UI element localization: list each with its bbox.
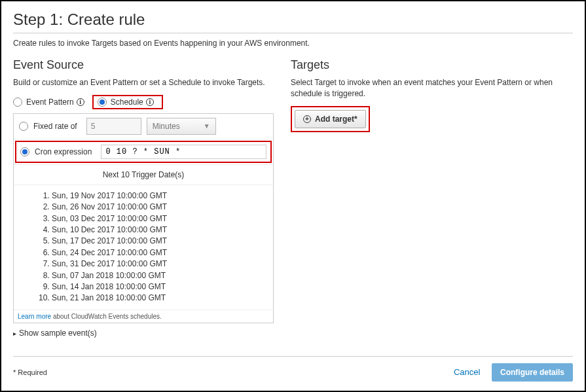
list-item: Sun, 03 Dec 2017 10:00:00 GMT bbox=[52, 213, 273, 224]
cron-expression-input[interactable] bbox=[101, 145, 266, 159]
show-sample-events-toggle[interactable]: Show sample event(s) bbox=[13, 329, 274, 338]
add-target-label: Add target* bbox=[315, 115, 357, 124]
event-source-title: Event Source bbox=[13, 58, 274, 72]
event-pattern-label-text: Event Pattern bbox=[26, 98, 74, 107]
fixed-rate-label: Fixed rate of bbox=[33, 122, 77, 131]
fixed-rate-value-input[interactable] bbox=[86, 118, 141, 135]
title-divider bbox=[13, 33, 573, 33]
info-icon[interactable]: i bbox=[146, 98, 154, 106]
schedule-label-text: Schedule bbox=[111, 98, 143, 107]
add-target-highlight: + Add target* bbox=[291, 106, 370, 132]
trigger-dates-header: Next 10 Trigger Date(s) bbox=[14, 164, 273, 185]
required-note: * Required bbox=[13, 368, 47, 376]
cron-row-highlight: Cron expression bbox=[15, 141, 272, 163]
fixed-rate-unit-label: Minutes bbox=[153, 122, 180, 131]
add-target-button[interactable]: + Add target* bbox=[295, 110, 366, 128]
schedule-label: Schedule i bbox=[111, 98, 154, 107]
list-item: Sun, 26 Nov 2017 10:00:00 GMT bbox=[52, 202, 273, 213]
schedule-panel: Fixed rate of Minutes ▼ Cron expression … bbox=[13, 113, 274, 323]
list-item: Sun, 07 Jan 2018 10:00:00 GMT bbox=[52, 270, 273, 281]
fixed-rate-row: Fixed rate of Minutes ▼ bbox=[14, 114, 273, 139]
cron-radio[interactable] bbox=[20, 147, 29, 156]
schedule-radio[interactable] bbox=[98, 98, 107, 107]
source-type-row: Event Pattern i Schedule i bbox=[13, 95, 274, 109]
list-item: Sun, 21 Jan 2018 10:00:00 GMT bbox=[52, 293, 273, 304]
footer-divider bbox=[13, 356, 573, 357]
trigger-dates-list: Sun, 19 Nov 2017 10:00:00 GMT Sun, 26 No… bbox=[14, 185, 273, 310]
footer-row: * Required Cancel Configure details bbox=[13, 363, 573, 382]
targets-section: Targets Select Target to invoke when an … bbox=[291, 58, 573, 338]
event-pattern-radio[interactable] bbox=[13, 98, 22, 107]
fixed-rate-unit-select[interactable]: Minutes ▼ bbox=[147, 118, 216, 135]
learn-more-link[interactable]: Learn more bbox=[18, 313, 51, 320]
chevron-down-icon: ▼ bbox=[204, 122, 210, 130]
configure-details-button[interactable]: Configure details bbox=[492, 363, 573, 382]
fixed-rate-radio[interactable] bbox=[19, 122, 28, 131]
list-item: Sun, 19 Nov 2017 10:00:00 GMT bbox=[52, 190, 273, 202]
cron-label: Cron expression bbox=[35, 147, 92, 156]
learn-more-row: Learn more about CloudWatch Events sched… bbox=[14, 310, 273, 323]
event-source-section: Event Source Build or customize an Event… bbox=[13, 58, 274, 338]
create-rule-page: Step 1: Create rule Create rules to invo… bbox=[0, 0, 586, 392]
list-item: Sun, 17 Dec 2017 10:00:00 GMT bbox=[52, 236, 273, 247]
footer: * Required Cancel Configure details bbox=[13, 356, 573, 382]
event-pattern-label: Event Pattern i bbox=[26, 98, 84, 107]
page-description: Create rules to invoke Targets based on … bbox=[13, 39, 573, 48]
info-icon[interactable]: i bbox=[77, 98, 84, 106]
list-item: Sun, 10 Dec 2017 10:00:00 GMT bbox=[52, 224, 273, 236]
list-item: Sun, 14 Jan 2018 10:00:00 GMT bbox=[52, 281, 273, 293]
page-title: Step 1: Create rule bbox=[13, 10, 573, 29]
targets-description: Select Target to invoke when an event ma… bbox=[291, 77, 573, 99]
plus-icon: + bbox=[303, 115, 311, 123]
targets-title: Targets bbox=[291, 58, 573, 72]
event-source-description: Build or customize an Event Pattern or s… bbox=[13, 77, 274, 88]
cancel-button[interactable]: Cancel bbox=[454, 367, 480, 377]
columns: Event Source Build or customize an Event… bbox=[13, 58, 573, 338]
learn-more-tail: about CloudWatch Events schedules. bbox=[51, 313, 162, 320]
schedule-highlight: Schedule i bbox=[92, 95, 163, 109]
list-item: Sun, 24 Dec 2017 10:00:00 GMT bbox=[52, 247, 273, 258]
list-item: Sun, 31 Dec 2017 10:00:00 GMT bbox=[52, 258, 273, 270]
footer-actions: Cancel Configure details bbox=[454, 363, 573, 382]
